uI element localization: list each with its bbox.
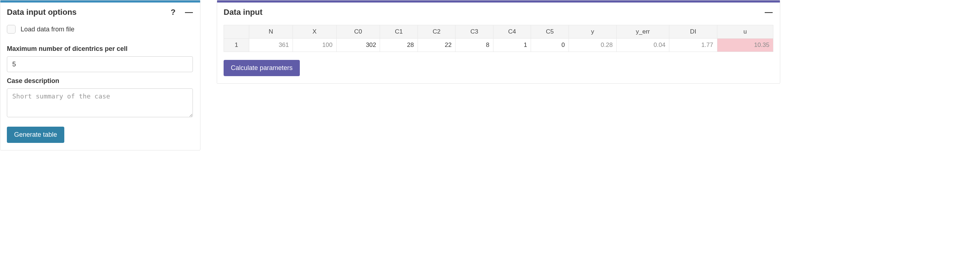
minimize-icon[interactable]: — (764, 8, 773, 16)
cell-u[interactable]: 10.35 (717, 39, 773, 52)
col-DI: DI (669, 25, 717, 39)
minimize-icon[interactable]: — (184, 8, 194, 16)
case-description-label: Case description (7, 77, 194, 85)
table-row: 1 361 100 302 28 22 8 1 0 0.28 0.04 1.77… (224, 39, 773, 52)
load-data-label: Load data from file (21, 25, 75, 33)
case-description-textarea[interactable] (7, 89, 193, 117)
cell-y[interactable]: 0.28 (569, 39, 616, 52)
cell-y-err[interactable]: 0.04 (617, 39, 669, 52)
help-icon[interactable]: ? (170, 8, 176, 16)
cell-C1[interactable]: 28 (380, 39, 418, 52)
calculate-parameters-button[interactable]: Calculate parameters (224, 60, 300, 76)
cell-DI[interactable]: 1.77 (669, 39, 717, 52)
max-dicentrics-label: Maximum number of dicentrics per cell (7, 45, 194, 53)
col-C0: C0 (336, 25, 380, 39)
col-blank (224, 25, 249, 39)
max-dicentrics-input[interactable] (7, 56, 193, 72)
col-u: u (717, 25, 773, 39)
data-input-panel: Data input — N X C0 C1 C2 C3 C4 (217, 0, 780, 84)
panel-title: Data input (224, 8, 262, 17)
cell-C0[interactable]: 302 (336, 39, 380, 52)
col-N: N (249, 25, 293, 39)
col-C2: C2 (418, 25, 455, 39)
col-C4: C4 (493, 25, 531, 39)
cell-C3[interactable]: 8 (455, 39, 493, 52)
col-y-err: y_err (617, 25, 669, 39)
col-C5: C5 (531, 25, 569, 39)
table-header-row: N X C0 C1 C2 C3 C4 C5 y y_err DI u (224, 25, 773, 39)
col-C3: C3 (455, 25, 493, 39)
cell-X[interactable]: 100 (293, 39, 336, 52)
generate-table-button[interactable]: Generate table (7, 127, 64, 143)
cell-C5[interactable]: 0 (531, 39, 569, 52)
cell-C4[interactable]: 1 (493, 39, 531, 52)
col-X: X (293, 25, 336, 39)
data-input-options-panel: Data input options ? — Load data from fi… (0, 0, 200, 150)
cell-C2[interactable]: 22 (418, 39, 455, 52)
col-y: y (569, 25, 616, 39)
col-C1: C1 (380, 25, 418, 39)
load-data-checkbox[interactable] (7, 25, 16, 33)
panel-title: Data input options (7, 8, 76, 17)
row-index: 1 (224, 39, 249, 52)
cell-N[interactable]: 361 (249, 39, 293, 52)
data-input-table: N X C0 C1 C2 C3 C4 C5 y y_err DI u (224, 25, 773, 52)
